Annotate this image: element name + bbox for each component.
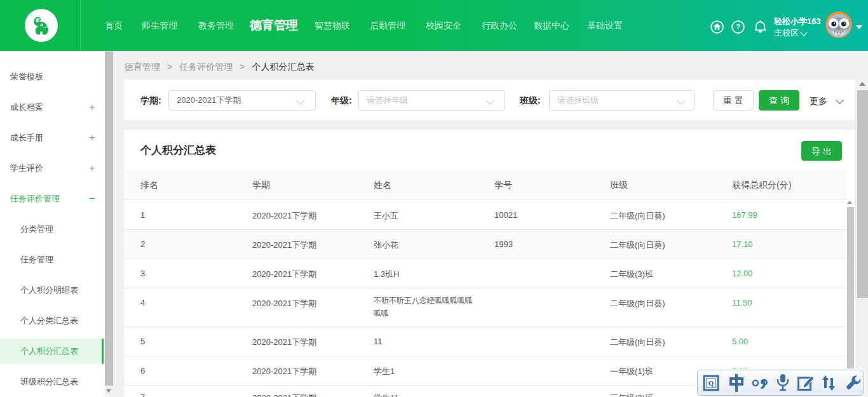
- svg-text:Q: Q: [709, 379, 714, 387]
- svg-text:?: ?: [736, 23, 740, 30]
